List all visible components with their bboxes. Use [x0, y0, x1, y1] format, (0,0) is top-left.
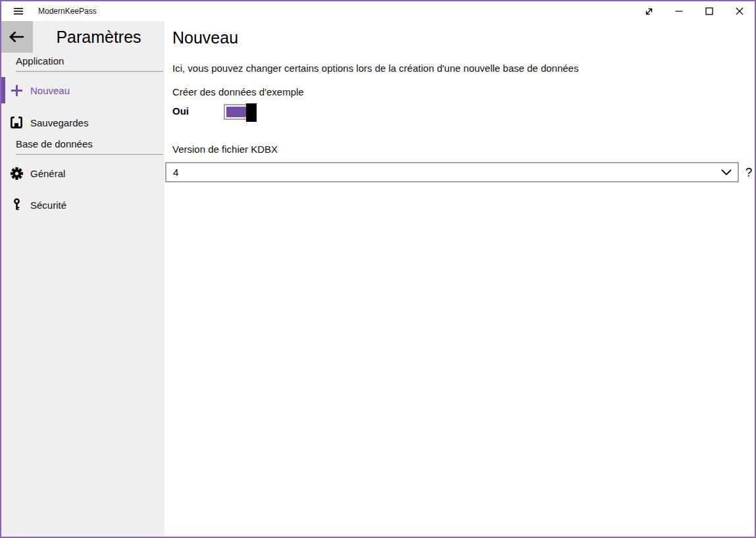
- close-button[interactable]: [724, 1, 755, 21]
- fullscreen-button[interactable]: [634, 1, 664, 21]
- gear-icon: [10, 167, 23, 180]
- sidebar-item-general[interactable]: Général: [1, 160, 164, 186]
- close-icon: [736, 7, 743, 15]
- fullscreen-icon: [644, 7, 654, 16]
- toggle-state-label: Oui: [172, 105, 189, 117]
- maximize-button[interactable]: [694, 1, 724, 21]
- main-content: Nouveau Ici, vous pouvez changer certain…: [164, 21, 755, 537]
- sample-data-toggle[interactable]: [224, 104, 251, 120]
- sidebar-heading: Paramètres: [33, 21, 164, 53]
- sidebar-item-label: Sauvegardes: [30, 117, 88, 128]
- key-icon: [10, 198, 23, 211]
- sidebar-item-label: Nouveau: [30, 85, 70, 96]
- selection-indicator: [1, 77, 5, 103]
- hamburger-icon: [14, 7, 23, 15]
- app-title: ModernKeePass: [38, 1, 97, 21]
- window-controls: [634, 1, 755, 21]
- page-title: Nouveau: [172, 28, 238, 47]
- back-button[interactable]: [1, 21, 33, 53]
- titlebar: ModernKeePass: [1, 1, 755, 21]
- back-arrow-icon: [9, 30, 26, 43]
- kdbx-version-value: 4: [166, 167, 715, 178]
- hamburger-menu-button[interactable]: [7, 3, 30, 20]
- sidebar-item-label: Sécurité: [30, 200, 66, 211]
- sidebar-item-label: Général: [30, 168, 65, 179]
- kdbx-version-select[interactable]: 4: [165, 162, 739, 182]
- sample-data-label: Créer des données d'exemple: [172, 86, 304, 97]
- chevron-down-icon: [715, 169, 738, 175]
- toggle-fill: [226, 107, 249, 117]
- section-label-application: Application: [16, 55, 163, 72]
- toggle-knob[interactable]: [246, 103, 257, 122]
- page-description: Ici, vous pouvez changer certains option…: [172, 63, 578, 74]
- sidebar-item-securite[interactable]: Sécurité: [1, 192, 164, 218]
- save-icon: [10, 116, 23, 129]
- minimize-icon: [675, 7, 683, 15]
- maximize-icon: [705, 7, 713, 15]
- sidebar-item-nouveau[interactable]: Nouveau: [1, 77, 164, 103]
- settings-sidebar: Paramètres Application Nouveau Sauvegard…: [1, 21, 164, 537]
- app-window: { "colors": { "accent": "#744da9", "wind…: [0, 0, 756, 538]
- sidebar-item-sauvegardes[interactable]: Sauvegardes: [1, 109, 164, 136]
- plus-icon: [10, 84, 23, 97]
- section-label-base-de-donnees: Base de données: [16, 138, 163, 155]
- kdbx-version-label: Version de fichier KDBX: [172, 144, 278, 155]
- minimize-button[interactable]: [664, 1, 694, 21]
- kdbx-help-button[interactable]: ?: [741, 162, 756, 182]
